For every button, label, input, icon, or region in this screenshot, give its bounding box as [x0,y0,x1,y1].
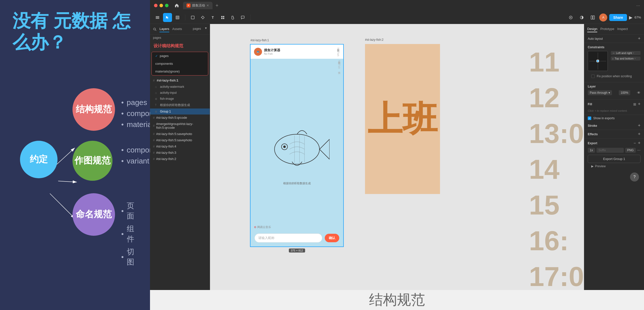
layer-blending-row: Pass through ▾ 100% 👁 [588,90,640,95]
svg-marker-7 [166,16,169,19]
zoom-level[interactable]: 67% [634,16,641,19]
pages-dropdown-arrow[interactable]: ▾ [205,26,207,32]
move-tool[interactable] [163,13,172,22]
svg-line-2 [50,194,75,218]
frame-lazy-fish-4[interactable]: # #st-lazy-fish:4 [150,143,210,150]
layer-item-fish-image[interactable]: ⊞ fish-image [150,96,210,102]
page-item-pages[interactable]: ✓ pages [152,52,208,60]
maximize-button[interactable] [165,4,168,7]
plugin-icon[interactable] [566,13,575,22]
home-icon[interactable] [172,1,181,10]
top-bottom-constraint[interactable]: ↕ Top and bottom ▾ [611,56,640,60]
svg-text:根据你的听歌数据生成: 根据你的听歌数据生成 [283,182,311,185]
fix-position-row: Fix position when scrolling [588,73,640,80]
pages-dropdown[interactable]: pages [193,26,201,32]
close-button[interactable] [154,4,158,7]
fix-position-checkbox[interactable] [591,74,595,78]
shape-tool[interactable] [188,13,197,22]
stroke-add-button[interactable]: + [638,123,640,128]
text-tool[interactable]: T [208,13,217,22]
fish-confirm-button[interactable]: 确认 [325,234,339,242]
effects-add-button[interactable]: + [638,132,640,137]
frame-hash-icon: # [153,79,155,82]
component-tool[interactable] [218,13,227,22]
effects-label: Effects [588,132,598,136]
sidebar-tabs: Layers Assets pages ▾ [150,24,210,34]
frame-lazy-fish-3[interactable]: # #st-lazy-fish:3 [150,150,210,156]
tab-close-icon[interactable]: ✕ [206,4,209,7]
user-avatar[interactable]: A [599,14,607,22]
frame-qrcode[interactable]: # #st-lazy-fish:5:qrcode [150,114,210,121]
fish-header: 🐟 摸鱼计算器 No Fish 摸鱼计算器 No Fish [250,44,343,59]
design-tab[interactable]: Design [587,26,597,32]
preview-label: Preview [595,164,606,168]
toolbar-right: A Share ▶ 67% [566,13,641,22]
page-item-components[interactable]: components [152,60,208,68]
share-button[interactable]: Share [609,14,627,21]
svg-point-23 [154,28,156,30]
center-circle: 约定 [20,141,58,178]
fill-header: Fill ⊞ + [588,102,640,107]
export-scale[interactable]: 1x [588,148,595,153]
bottom-bullet-list: 页面 组件 切图 [121,201,135,270]
help-button[interactable]: ? [630,172,639,182]
export-label: Export [588,142,597,145]
frame-2[interactable]: #st-lazy-fish:2 上班 [365,44,440,194]
bottom-title-area: 结构规范 [150,290,644,310]
new-tab-button[interactable]: + [216,3,218,8]
frame-merge-qrcode[interactable]: # #merge##group##st-lazy-fish:5:qrcode [150,121,210,131]
frame-section-header: # #st-lazy-fish:1 [150,77,210,84]
tab-assets[interactable]: Assets [172,26,182,32]
frame-savephoto-1[interactable]: # #st-lazy-fish:5:savephoto [150,131,210,137]
export-minus-button[interactable]: − [634,141,636,146]
pen-tool[interactable] [198,13,207,22]
minimize-button[interactable] [160,4,163,7]
layer-item-text[interactable]: T 根据你的听歌数据生成 [150,102,210,108]
stroke-header: Stroke + [588,123,640,128]
fill-add-button[interactable]: + [638,102,640,107]
page-item-materials[interactable]: materials(ignore) [152,68,208,75]
color-mode-icon[interactable] [577,13,586,22]
tab-layers[interactable]: Layers [160,26,169,32]
toolbar: T A Share ▶ 67% [150,11,644,24]
export-format[interactable]: PNG [625,148,636,153]
fish-name-input[interactable]: 请输入昵称 [254,234,322,242]
menu-tool[interactable] [153,13,162,22]
middle-circle: 作图规范 [72,141,112,181]
layer-item-watermark[interactable]: ◇ activity-watermark [150,84,210,90]
export-button[interactable]: Export Group 1 [588,155,640,163]
hand-tool[interactable] [228,13,237,22]
eye-icon[interactable]: 👁 [637,91,640,95]
library-icon[interactable] [588,13,597,22]
preview-toggle[interactable]: ▶ Preview [588,163,640,170]
opacity-field[interactable]: 100% [619,90,630,95]
frame-tool[interactable] [173,13,182,22]
frame-1[interactable]: #st-lazy-fish:1 🐟 摸鱼计算器 No Fish 摸鱼计算器 No… [250,44,344,247]
export-add-button[interactable]: + [638,140,640,146]
canvas-area[interactable]: #st-lazy-fish:1 🐟 摸鱼计算器 No Fish 摸鱼计算器 No… [210,24,584,303]
export-suffix-field[interactable]: Suffix [596,148,624,153]
svg-line-24 [155,30,156,31]
active-tab[interactable]: F 摸鱼活动 ✕ [183,2,212,9]
prototype-tab[interactable]: Prototype [600,26,614,32]
layer-props-header: Layer [588,85,640,88]
auto-layout-add-button[interactable]: + [638,36,640,41]
export-more-button[interactable]: ··· [637,148,640,152]
hash-icon-6: # [153,151,155,154]
play-button[interactable]: ▶ [629,15,632,20]
frame-savephoto-2[interactable]: # #st-lazy-fish:5:savephoto [150,137,210,143]
fish-illustration: 根据你的听歌数据生成 [264,94,330,194]
pass-through-select[interactable]: Pass through ▾ [588,90,612,95]
left-right-constraint[interactable]: ↔ Left and right ▾ [611,51,640,55]
comment-tool[interactable] [238,13,247,22]
frame-lazy-fish-2[interactable]: # #st-lazy-fish:2 [150,156,210,162]
layer-item-input[interactable]: ◇ activity-input [150,90,210,96]
show-exports-checkbox[interactable]: ✓ [588,116,591,120]
more-menu-button[interactable]: ··· [636,3,640,8]
right-sidebar: Design Prototype Inspect Auto layout + C… [584,24,644,303]
svg-rect-22 [593,16,594,19]
diagram: 约定 结构规范 作图规范 命名规范 pages components mater… [12,68,135,300]
layer-item-group1[interactable]: ⊟ Group 1 [150,108,210,114]
bottom-bullet-1: 页面 [121,201,135,221]
inspect-tab[interactable]: Inspect [617,26,628,32]
